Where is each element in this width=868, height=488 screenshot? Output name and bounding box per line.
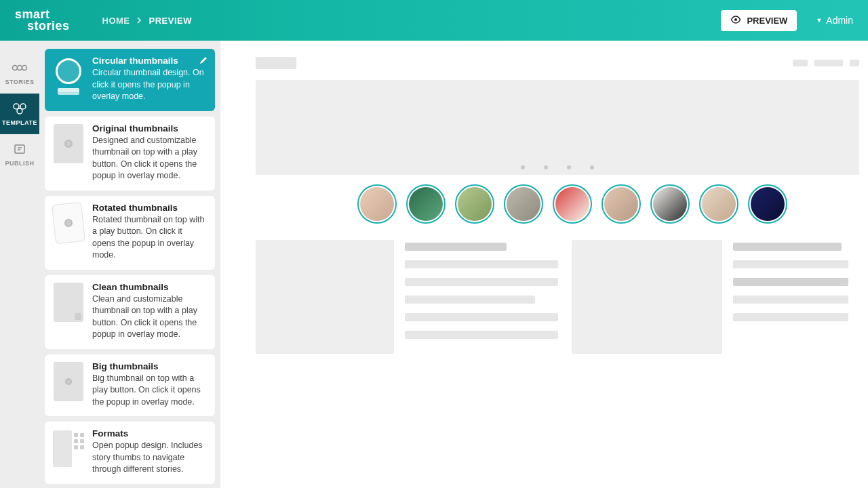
story-row: [357, 184, 868, 224]
story-thumbnail[interactable]: [504, 184, 543, 224]
svg-point-0: [734, 18, 737, 21]
svg-point-6: [17, 108, 22, 114]
template-thumb: [53, 203, 84, 243]
breadcrumb-home[interactable]: HOME: [102, 16, 130, 26]
story-thumbnail[interactable]: [748, 184, 787, 224]
template-desc: Open popup design. Includes story thumbs…: [92, 440, 207, 476]
story-thumbnail[interactable]: [601, 184, 641, 224]
story-thumbnail[interactable]: [357, 184, 397, 224]
breadcrumb: HOME PREVIEW: [102, 16, 192, 26]
edit-icon[interactable]: [199, 56, 208, 68]
rail-label: STORIES: [5, 79, 35, 85]
skeleton-image: [256, 240, 394, 354]
skeleton-line: [405, 260, 558, 268]
story-thumbnail[interactable]: [455, 184, 494, 224]
template-card-formats[interactable]: Formats Open popup design. Includes stor…: [45, 422, 215, 484]
caret-down-icon: ▼: [816, 17, 822, 24]
rail-item-publish[interactable]: PUBLISH: [0, 134, 39, 175]
skeleton-line: [405, 331, 558, 339]
skeleton-line: [733, 313, 848, 321]
logo-text-bottom: stories: [27, 20, 70, 32]
rail-label: TEMPLATE: [2, 119, 37, 126]
template-card-clean[interactable]: Clean thumbnails Clean and customizable …: [45, 275, 215, 349]
skeleton-nav: [850, 60, 859, 66]
story-thumbnail[interactable]: [650, 184, 690, 224]
preview-pane: [220, 41, 868, 488]
eye-icon: [730, 16, 741, 26]
skeleton-line: [405, 278, 558, 286]
stories-icon: [12, 61, 28, 76]
skeleton-hero: [256, 80, 859, 175]
skeleton-line: [405, 243, 507, 251]
skeleton-line: [405, 296, 535, 304]
logo: smart stories: [15, 9, 70, 32]
template-desc: Designed and customizable thumbnail on t…: [92, 135, 207, 182]
template-thumb: [53, 361, 84, 402]
template-title: Rotated thumbnails: [92, 203, 207, 213]
skeleton-line: [733, 243, 842, 251]
story-thumbnail[interactable]: [699, 184, 738, 224]
template-card-rotated[interactable]: Rotated thumbnails Rotated thumbnail on …: [45, 196, 215, 270]
template-thumb: [53, 428, 84, 469]
breadcrumb-current: PREVIEW: [149, 16, 192, 26]
rail-item-stories[interactable]: STORIES: [0, 53, 39, 94]
user-menu[interactable]: ▼ Admin: [816, 15, 853, 26]
carousel-dots: [256, 165, 859, 169]
skeleton-nav: [793, 60, 808, 66]
template-thumb: [53, 56, 84, 96]
skeleton-line: [733, 278, 848, 286]
template-thumb: [53, 123, 84, 164]
template-title: Clean thumbnails: [92, 282, 207, 292]
skeleton-line: [733, 260, 848, 268]
template-card-original[interactable]: Original thumbnails Designed and customi…: [45, 117, 215, 190]
svg-point-1: [13, 66, 18, 70]
publish-icon: [12, 142, 28, 157]
skeleton-logo: [256, 57, 296, 69]
template-card-big[interactable]: Big thumbnails Big thumbnail on top with…: [45, 354, 215, 417]
template-desc: Big thumbnail on top with a play button.…: [92, 373, 207, 409]
user-name: Admin: [826, 15, 853, 26]
story-thumbnail[interactable]: [553, 184, 592, 224]
template-desc: Clean and customizable thumbnail on top …: [92, 293, 207, 341]
template-list: Circular thumbnails Circular thumbnail d…: [39, 41, 220, 488]
template-title: Circular thumbnails: [92, 56, 207, 66]
template-desc: Rotated thumbnail on top with a play but…: [92, 214, 207, 262]
rail-label: PUBLISH: [5, 160, 34, 167]
rail-item-template[interactable]: TEMPLATE: [0, 94, 39, 134]
svg-point-2: [18, 66, 22, 70]
chevron-right-icon: [137, 16, 142, 26]
svg-point-3: [22, 66, 27, 70]
template-card-circular[interactable]: Circular thumbnails Circular thumbnail d…: [45, 49, 215, 111]
skeleton-cards: [256, 240, 868, 354]
template-icon: [12, 102, 28, 117]
preview-button[interactable]: PREVIEW: [721, 10, 797, 31]
skeleton-image: [572, 240, 722, 354]
skeleton-line: [733, 296, 848, 304]
skeleton-line: [405, 313, 558, 321]
template-title: Big thumbnails: [92, 361, 207, 371]
template-thumb: [53, 282, 84, 323]
template-desc: Circular thumbnail design. On click it o…: [92, 67, 207, 103]
template-title: Formats: [92, 428, 207, 439]
nav-rail: STORIES TEMPLATE PUBLISH: [0, 41, 39, 488]
template-title: Original thumbnails: [92, 123, 207, 134]
app-header: smart stories HOME PREVIEW PREVIEW ▼ Adm…: [0, 0, 868, 41]
skeleton-nav: [814, 60, 843, 66]
svg-rect-7: [15, 145, 24, 153]
preview-button-label: PREVIEW: [747, 16, 787, 26]
story-thumbnail[interactable]: [406, 184, 446, 224]
